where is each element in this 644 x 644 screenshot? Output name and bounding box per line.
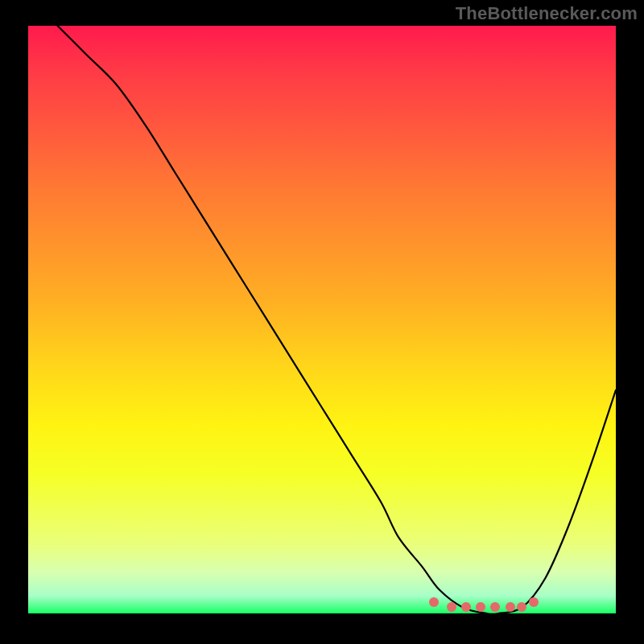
marker-dot <box>529 597 539 607</box>
marker-dot <box>429 597 439 607</box>
marker-dot <box>517 602 526 612</box>
optimal-range-markers <box>28 594 616 613</box>
marker-dot <box>506 602 515 612</box>
marker-dot <box>490 602 500 612</box>
watermark-text: TheBottlenecker.com <box>456 3 638 24</box>
marker-dot <box>461 602 471 612</box>
marker-dot <box>447 602 456 612</box>
marker-dot <box>476 602 485 612</box>
plot-area <box>28 26 616 613</box>
chart-frame: TheBottlenecker.com <box>0 0 644 644</box>
bottleneck-curve <box>28 26 616 613</box>
